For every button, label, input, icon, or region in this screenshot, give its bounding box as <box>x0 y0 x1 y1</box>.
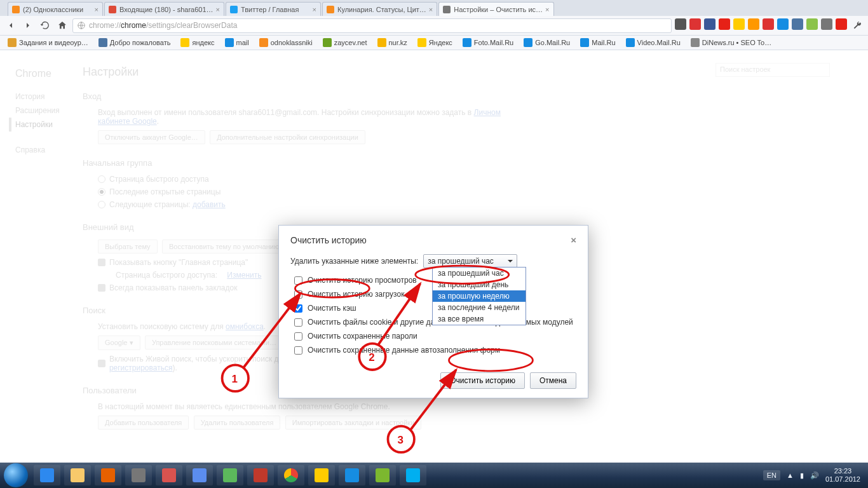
time-range-option[interactable]: за прошлую неделю <box>433 290 526 302</box>
browser-tab[interactable]: Настройки – Очистить ис…× <box>438 2 553 16</box>
browser-tab[interactable]: (2) Одноклассники× <box>8 2 103 16</box>
bookmark-item[interactable]: яндекс <box>177 38 218 47</box>
clear-option-checkbox[interactable] <box>294 290 302 299</box>
tray-clock[interactable]: 23:2301.07.2012 <box>825 467 860 483</box>
tab-close-icon[interactable]: × <box>545 6 549 13</box>
bookmark-icon <box>377 38 386 47</box>
bookmark-item[interactable]: Video.Mail.Ru <box>622 38 684 47</box>
tab-close-icon[interactable]: × <box>95 6 98 13</box>
clear-option-label: Очистить кэш <box>308 304 356 313</box>
bookmark-item[interactable]: DiNews.ru • SEO To… <box>687 38 775 47</box>
ext-icon[interactable] <box>748 18 759 30</box>
start-button[interactable] <box>4 463 28 487</box>
task-skype[interactable] <box>400 465 426 485</box>
clear-option-label: Очистить сохраненные данные автозаполнен… <box>308 346 500 355</box>
bookmark-item[interactable]: Mail.Ru <box>576 38 619 47</box>
task-app[interactable] <box>156 465 182 485</box>
clear-option-row: Очистить сохраненные данные автозаполнен… <box>294 343 576 357</box>
bookmark-item[interactable]: nur.kz <box>374 38 411 47</box>
tab-title: Входящие (180) - shara601… <box>119 6 214 13</box>
dialog-close-button[interactable]: × <box>571 234 576 245</box>
bookmark-icon <box>259 38 268 47</box>
bookmark-item[interactable]: mail <box>221 38 253 47</box>
clear-option-checkbox[interactable] <box>294 346 302 355</box>
browser-tab[interactable]: Входящие (180) - shara601…× <box>104 2 224 16</box>
browser-tab[interactable]: Кулинария. Статусы, Цит…× <box>322 2 437 16</box>
bookmark-item[interactable]: Foto.Mail.Ru <box>459 38 517 47</box>
home-button[interactable] <box>55 18 69 32</box>
ext-icon[interactable] <box>821 18 832 30</box>
task-app[interactable] <box>247 465 274 485</box>
bookmark-icon <box>463 38 471 47</box>
clear-option-checkbox[interactable] <box>294 318 302 327</box>
bookmark-icon <box>180 38 189 47</box>
clear-option-checkbox[interactable] <box>294 332 302 341</box>
favicon-icon <box>327 6 334 13</box>
bookmark-icon <box>417 38 426 47</box>
globe-icon <box>77 21 86 30</box>
ext-icon[interactable] <box>675 18 686 30</box>
ext-icon[interactable] <box>777 18 789 30</box>
bookmark-item[interactable]: Go.Mail.Ru <box>520 38 574 47</box>
ext-icon[interactable] <box>704 18 715 30</box>
task-yandex[interactable] <box>308 465 335 485</box>
task-chrome[interactable] <box>278 465 304 485</box>
clear-option-checkbox[interactable] <box>294 304 302 313</box>
task-app[interactable] <box>125 465 152 485</box>
task-app[interactable] <box>186 465 213 485</box>
dialog-title: Очистить историю <box>290 235 571 245</box>
language-indicator[interactable]: EN <box>763 470 780 480</box>
bookmark-item[interactable]: Задания и видеоур… <box>4 38 92 47</box>
bookmark-icon <box>225 38 234 47</box>
browser-tab[interactable]: Твиттер / Главная× <box>226 2 321 16</box>
clear-option-label: Очистить историю просмотров <box>308 276 417 285</box>
bookmark-item[interactable]: Добро пожаловать <box>95 38 175 47</box>
back-button[interactable] <box>4 18 18 32</box>
bookmark-icon <box>580 38 589 47</box>
bookmark-icon <box>691 38 700 47</box>
task-app[interactable] <box>217 465 243 485</box>
tab-title: Кулинария. Статусы, Цит… <box>337 6 426 13</box>
tab-close-icon[interactable]: × <box>216 6 220 13</box>
ext-icon[interactable] <box>719 18 730 30</box>
tab-close-icon[interactable]: × <box>313 6 316 13</box>
address-bar[interactable]: chrome://chrome/settings/clearBrowserDat… <box>72 18 672 33</box>
delete-range-label: Удалить указанные ниже элементы: <box>290 257 418 266</box>
task-explorer[interactable] <box>64 465 91 485</box>
tab-title: (2) Одноклассники <box>23 6 92 13</box>
tray-network-icon[interactable]: ▮ <box>800 471 804 480</box>
task-icq[interactable] <box>369 465 396 485</box>
time-range-select[interactable]: за прошедший час <box>423 254 517 268</box>
tab-title: Настройки – Очистить ис… <box>454 6 543 13</box>
ext-icon[interactable] <box>836 18 847 30</box>
ext-icon[interactable] <box>689 18 701 30</box>
bookmark-item[interactable]: odnoklassniki <box>255 38 316 47</box>
cancel-button[interactable]: Отмена <box>530 372 576 389</box>
favicon-icon <box>12 6 20 13</box>
task-mailru[interactable] <box>339 465 365 485</box>
time-range-option[interactable]: за последние 4 недели <box>433 302 526 313</box>
task-firefox[interactable] <box>95 465 121 485</box>
ext-icon[interactable] <box>763 18 774 30</box>
task-ie[interactable] <box>34 465 60 485</box>
forward-button[interactable] <box>21 18 35 32</box>
ext-icon[interactable] <box>733 18 745 30</box>
time-range-option[interactable]: за прошедший час <box>433 268 526 279</box>
tab-title: Твиттер / Главная <box>241 6 310 13</box>
reload-button[interactable] <box>38 18 52 32</box>
tray-flag-icon[interactable]: ▲ <box>787 471 794 479</box>
chevron-down-icon <box>508 260 513 265</box>
wrench-menu-icon[interactable] <box>850 18 864 32</box>
time-range-option[interactable]: за прошедший день <box>433 279 526 290</box>
browser-toolbar: chrome://chrome/settings/clearBrowserDat… <box>0 16 868 36</box>
ext-icon[interactable] <box>792 18 803 30</box>
clear-history-button[interactable]: Очистить историю <box>440 372 525 389</box>
ext-icon[interactable] <box>806 18 818 30</box>
extension-icons <box>675 18 864 32</box>
bookmark-item[interactable]: Яндекс <box>414 38 456 47</box>
clear-option-checkbox[interactable] <box>294 276 302 285</box>
tray-volume-icon[interactable]: 🔊 <box>810 471 819 480</box>
bookmark-item[interactable]: zaycev.net <box>319 38 371 47</box>
time-range-option[interactable]: за все время <box>433 313 526 325</box>
tab-close-icon[interactable]: × <box>429 6 433 13</box>
